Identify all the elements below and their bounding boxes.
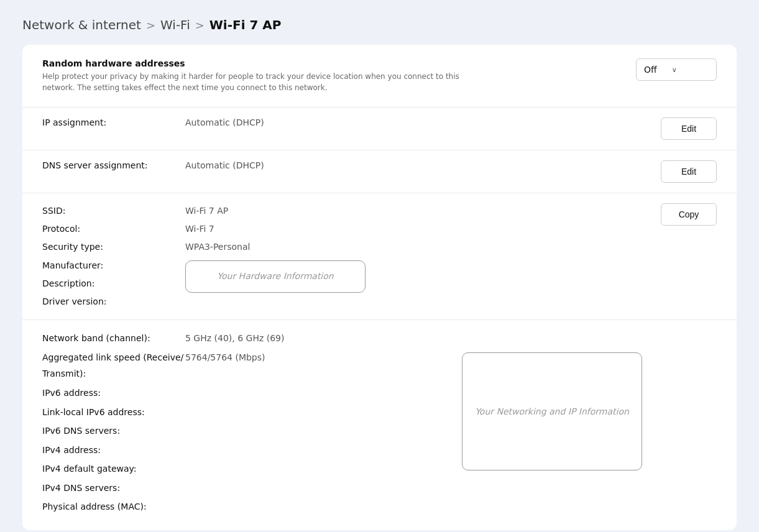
breadcrumb-current: Wi-Fi 7 AP [209, 17, 282, 32]
breadcrumb: Network & internet > Wi-Fi > Wi-Fi 7 AP [22, 17, 737, 32]
description-value: Your Hardware Information [185, 260, 651, 293]
breadcrumb-sep-1: > [146, 19, 155, 32]
copy-button[interactable]: Copy [661, 203, 717, 226]
link-local-ipv6-value [185, 404, 437, 421]
protocol-label: Protocol: [42, 221, 185, 237]
dns-assignment-edit-button[interactable]: Edit [661, 160, 717, 183]
hardware-addresses-dropdown[interactable]: Off ∨ [636, 58, 717, 81]
ipv6-dns-value [185, 423, 437, 439]
page-container: Network & internet > Wi-Fi > Wi-Fi 7 AP … [0, 0, 759, 532]
breadcrumb-wifi[interactable]: Wi-Fi [160, 17, 190, 32]
ipv4-address-label: IPv4 address: [42, 442, 185, 459]
dns-assignment-row: DNS server assignment: Automatic (DHCP) … [22, 150, 737, 193]
settings-card: Random hardware addresses Help protect y… [22, 45, 737, 530]
hardware-addresses-desc: Help protect your privacy by making it h… [42, 71, 477, 93]
ip-assignment-label: IP assignment: [42, 117, 185, 127]
network-info-block: Network band (channel): 5 GHz (40), 6 GH… [22, 320, 737, 530]
ipv4-address-value [185, 442, 437, 459]
ipv4-dns-value [185, 480, 437, 497]
ip-assignment-row: IP assignment: Automatic (DHCP) Edit [22, 108, 737, 150]
agg-link-speed-value: 5764/5764 (Mbps) [185, 349, 437, 382]
security-type-value: WPA3-Personal [185, 239, 651, 255]
breadcrumb-network[interactable]: Network & internet [22, 17, 141, 32]
manufacturer-label: Manufacturer: [42, 258, 185, 273]
chevron-down-icon: ∨ [672, 66, 677, 74]
ipv6-dns-label: IPv6 DNS servers: [42, 423, 185, 439]
protocol-value: Wi-Fi 7 [185, 221, 651, 237]
mac-address-label: Physical address (MAC): [42, 498, 185, 515]
hardware-addresses-section: Random hardware addresses Help protect y… [22, 45, 737, 108]
hardware-info-placeholder: Your Hardware Information [185, 260, 366, 293]
ipv6-address-value [185, 385, 437, 401]
hardware-addresses-title: Random hardware addresses [42, 58, 616, 68]
agg-link-speed-label: Aggregated link speed (Receive/Transmit)… [42, 349, 185, 382]
ssid-block: SSID: Protocol: Security type: Manufactu… [22, 193, 737, 320]
driver-version-label: Driver version: [42, 294, 185, 310]
ssid-label: SSID: [42, 203, 185, 219]
ssid-value: Wi-Fi 7 AP [185, 203, 651, 219]
network-info-placeholder: Your Networking and IP Information [462, 352, 642, 470]
dns-assignment-value: Automatic (DHCP) [185, 160, 661, 170]
description-label: Description: [42, 276, 185, 291]
ipv4-gateway-label: IPv4 default gateway: [42, 461, 185, 477]
ipv6-address-label: IPv6 address: [42, 385, 185, 401]
ip-assignment-value: Automatic (DHCP) [185, 117, 661, 127]
breadcrumb-sep-2: > [195, 19, 205, 32]
security-type-label: Security type: [42, 239, 185, 255]
network-band-value: 5 GHz (40), 6 GHz (69) [185, 330, 437, 347]
link-local-ipv6-label: Link-local IPv6 address: [42, 404, 185, 421]
dns-assignment-label: DNS server assignment: [42, 160, 185, 170]
network-grid: Network band (channel): 5 GHz (40), 6 GH… [42, 330, 437, 515]
hardware-addresses-value: Off [644, 65, 657, 75]
ipv4-gateway-value [185, 461, 437, 477]
mac-address-value [185, 498, 437, 515]
network-band-label: Network band (channel): [42, 330, 185, 347]
ipv4-dns-label: IPv4 DNS servers: [42, 480, 185, 497]
ip-assignment-edit-button[interactable]: Edit [661, 117, 717, 140]
